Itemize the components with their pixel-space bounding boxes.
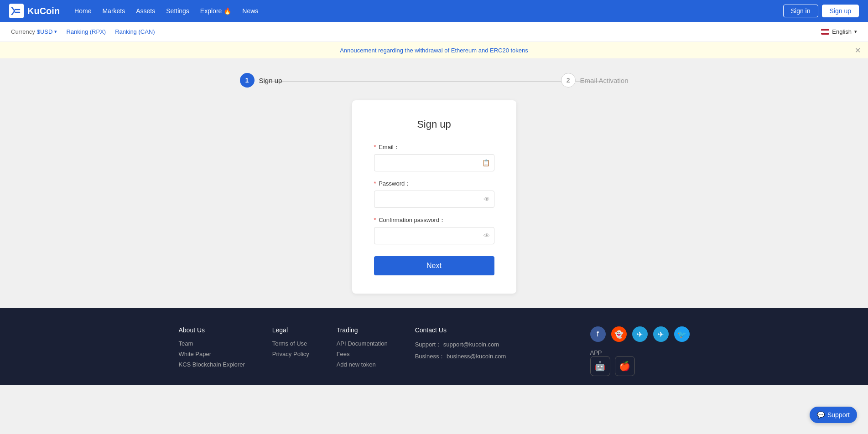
password-required-star: * — [374, 180, 376, 187]
form-title: Sign up — [374, 119, 494, 130]
confirm-password-input[interactable] — [374, 227, 494, 244]
footer-inner: About Us Team White Paper KCS Blockchain… — [161, 326, 708, 376]
footer-privacy-link[interactable]: Privacy Policy — [272, 351, 309, 357]
confirm-password-label: * Confirmation password： — [374, 216, 494, 224]
currency-label: Currency — [11, 28, 35, 35]
ranking-rpx-link[interactable]: Ranking (RPX) — [66, 28, 106, 35]
footer-kcs-link[interactable]: KCS Blockchain Explorer — [179, 361, 245, 368]
android-badge[interactable]: 🤖 — [590, 356, 610, 376]
footer-about-title: About Us — [179, 326, 245, 334]
social-icons: f 👻 ✈ ✈ 🐦 — [590, 326, 690, 342]
signup-button[interactable]: Sign up — [822, 5, 859, 17]
header-right: Sign in Sign up — [783, 5, 859, 17]
footer-legal-title: Legal — [272, 326, 309, 334]
footer-team-link[interactable]: Team — [179, 340, 245, 347]
telegram-icon-2[interactable]: ✈ — [653, 326, 669, 342]
footer-contact-title: Contact Us — [415, 326, 506, 334]
app-section: APP 🤖 🍎 — [590, 349, 690, 376]
footer-api-link[interactable]: API Documentation — [337, 340, 388, 347]
step-2-circle: 2 — [561, 73, 576, 88]
password-group: * Password： 👁 — [374, 180, 494, 208]
footer-contact: Contact Us Support： support@kucoin.com B… — [415, 326, 506, 376]
app-badges: 🤖 🍎 — [590, 356, 690, 376]
announcement-text[interactable]: Annoucement regarding the withdrawal of … — [340, 47, 528, 54]
nav-links: Home Markets Assets Settings Explore 🔥 N… — [74, 7, 258, 15]
logo-icon — [9, 4, 24, 18]
footer-whitepaper-link[interactable]: White Paper — [179, 351, 245, 357]
footer-fees-link[interactable]: Fees — [337, 351, 388, 357]
app-label: APP — [590, 349, 690, 356]
announcement-close-button[interactable]: ✕ — [855, 46, 861, 55]
footer: About Us Team White Paper KCS Blockchain… — [0, 308, 868, 385]
footer-add-token-link[interactable]: Add new token — [337, 361, 388, 368]
confirm-required-star: * — [374, 217, 376, 223]
email-icon: 📋 — [482, 159, 490, 166]
footer-trading-title: Trading — [337, 326, 388, 334]
step-1: 1 Sign up — [240, 73, 282, 88]
footer-legal: Legal Terms of Use Privacy Policy — [272, 326, 309, 376]
reddit-icon[interactable]: 👻 — [611, 326, 627, 342]
header: KuCoin Home Markets Assets Settings Expl… — [0, 0, 868, 22]
password-input-wrapper: 👁 — [374, 191, 494, 208]
step-2: 2 Email Activation — [561, 73, 629, 88]
logo-text: KuCoin — [27, 6, 60, 16]
email-label: * Email： — [374, 143, 494, 151]
step-1-label: Sign up — [259, 77, 282, 84]
confirm-password-input-wrapper: 👁 — [374, 227, 494, 244]
sub-header: Currency $USD ▾ Ranking (RPX) Ranking (C… — [0, 22, 868, 42]
signin-button[interactable]: Sign in — [783, 5, 818, 17]
ranking-links: Ranking (RPX) Ranking (CAN) — [66, 28, 155, 35]
header-left: KuCoin Home Markets Assets Settings Expl… — [9, 4, 258, 18]
nav-settings[interactable]: Settings — [166, 7, 189, 15]
ios-badge[interactable]: 🍎 — [615, 356, 635, 376]
footer-support-email: Support： support@kucoin.com — [415, 341, 499, 348]
confirm-toggle-icon[interactable]: 👁 — [483, 232, 490, 239]
footer-trading: Trading API Documentation Fees Add new t… — [337, 326, 388, 376]
currency-value[interactable]: $USD — [37, 28, 53, 35]
footer-terms-link[interactable]: Terms of Use — [272, 340, 309, 347]
footer-about: About Us Team White Paper KCS Blockchain… — [179, 326, 245, 376]
telegram-icon-1[interactable]: ✈ — [632, 326, 648, 342]
currency-dropdown-icon[interactable]: ▾ — [54, 29, 57, 35]
footer-business-email: Business： business@kucoin.com — [415, 352, 506, 361]
language-dropdown-icon: ▾ — [854, 29, 857, 35]
fire-icon: 🔥 — [223, 7, 231, 15]
main-content: 1 Sign up 2 Email Activation Sign up * E… — [0, 58, 868, 308]
email-input[interactable] — [374, 154, 494, 171]
steps-indicator: 1 Sign up 2 Email Activation — [229, 73, 639, 88]
signup-form-card: Sign up * Email： 📋 * Password： 👁 — [352, 100, 516, 294]
language-label: English — [832, 28, 852, 35]
nav-assets[interactable]: Assets — [136, 7, 155, 15]
step-2-label: Email Activation — [580, 77, 629, 84]
step-1-circle: 1 — [240, 73, 255, 88]
flag-icon — [821, 29, 829, 35]
confirm-password-group: * Confirmation password： 👁 — [374, 216, 494, 244]
next-button[interactable]: Next — [374, 256, 494, 275]
nav-explore[interactable]: Explore 🔥 — [200, 7, 231, 15]
currency-area: Currency $USD ▾ Ranking (RPX) Ranking (C… — [11, 28, 155, 35]
nav-home[interactable]: Home — [74, 7, 91, 15]
nav-news[interactable]: News — [242, 7, 258, 15]
password-label: * Password： — [374, 180, 494, 188]
email-required-star: * — [374, 144, 376, 150]
password-input[interactable] — [374, 191, 494, 208]
facebook-icon[interactable]: f — [590, 326, 606, 342]
announcement-bar: Annoucement regarding the withdrawal of … — [0, 42, 868, 58]
language-selector[interactable]: English ▾ — [821, 28, 857, 35]
password-toggle-icon[interactable]: 👁 — [483, 196, 490, 203]
ranking-can-link[interactable]: Ranking (CAN) — [115, 28, 155, 35]
footer-right: f 👻 ✈ ✈ 🐦 APP 🤖 🍎 — [590, 326, 690, 376]
logo[interactable]: KuCoin — [9, 4, 60, 18]
twitter-icon[interactable]: 🐦 — [674, 326, 690, 342]
nav-markets[interactable]: Markets — [102, 7, 125, 15]
email-input-wrapper: 📋 — [374, 154, 494, 171]
email-group: * Email： 📋 — [374, 143, 494, 171]
